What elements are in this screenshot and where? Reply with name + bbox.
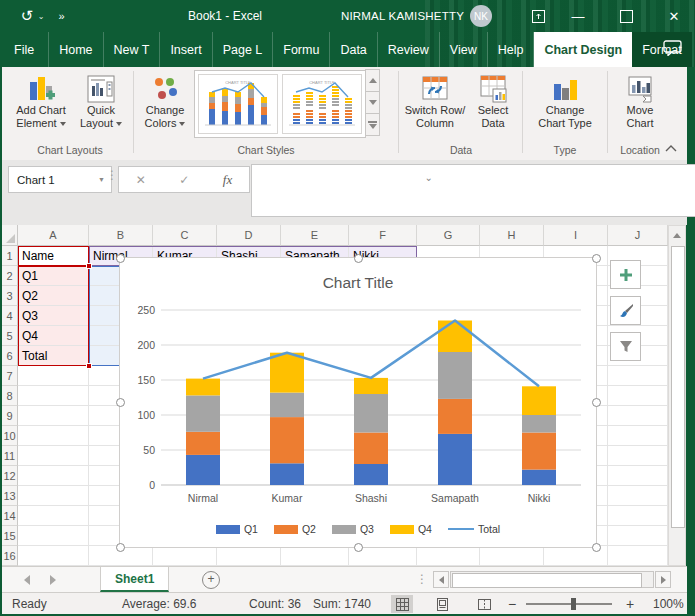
row-header-15[interactable]: 15 bbox=[2, 526, 18, 546]
tab-review[interactable]: Review bbox=[378, 32, 440, 67]
chart-elements-button[interactable] bbox=[610, 260, 641, 289]
close-button[interactable]: ✕ bbox=[660, 0, 688, 32]
row-header-4[interactable]: 4 bbox=[2, 306, 18, 326]
chart-selection-handle[interactable] bbox=[116, 543, 125, 552]
page-layout-view-button[interactable] bbox=[431, 595, 453, 613]
sheet-nav-left-icon[interactable] bbox=[24, 575, 30, 585]
tab-new-t[interactable]: New T bbox=[104, 32, 161, 67]
horizontal-scroll-thumb[interactable] bbox=[452, 573, 642, 588]
chart-selection-handle[interactable] bbox=[354, 254, 363, 263]
chart-selection-handle[interactable] bbox=[354, 543, 363, 552]
zoom-level[interactable]: 100% bbox=[653, 593, 684, 615]
cell-A9[interactable] bbox=[18, 406, 89, 426]
chart-selection-handle[interactable] bbox=[592, 254, 601, 263]
column-header-J[interactable]: J bbox=[608, 225, 668, 246]
status-average[interactable]: Average: 69.6 bbox=[122, 593, 197, 615]
row-header-3[interactable]: 3 bbox=[2, 286, 18, 306]
tab-chart-design[interactable]: Chart Design bbox=[534, 32, 632, 67]
hscroll-left-icon[interactable] bbox=[433, 571, 449, 588]
legend-item-Q4[interactable]: Q4 bbox=[390, 523, 432, 535]
tab-formu[interactable]: Formu bbox=[273, 32, 330, 67]
page-break-view-button[interactable] bbox=[473, 595, 495, 613]
cell-A7[interactable] bbox=[18, 366, 89, 386]
cell-A15[interactable] bbox=[18, 526, 89, 546]
row-header-13[interactable]: 13 bbox=[2, 486, 18, 506]
cell-A3[interactable]: Q2 bbox=[18, 286, 89, 306]
chart-style-1-thumbnail[interactable]: CHART TITLE bbox=[198, 74, 278, 134]
minimize-button[interactable]: — bbox=[564, 0, 592, 32]
tab-file[interactable]: File bbox=[0, 32, 49, 67]
add-chart-element-button[interactable]: Add Chart Element bbox=[10, 70, 72, 130]
name-box-caret-icon[interactable]: ▼ bbox=[98, 176, 105, 183]
column-header-G[interactable]: G bbox=[417, 225, 480, 246]
chart-selection-handle[interactable] bbox=[592, 543, 601, 552]
normal-view-button[interactable] bbox=[391, 595, 413, 613]
cell-A14[interactable] bbox=[18, 506, 89, 526]
ribbon-display-options-icon[interactable] bbox=[524, 0, 552, 32]
row-header-11[interactable]: 11 bbox=[2, 446, 18, 466]
tab-data[interactable]: Data bbox=[330, 32, 377, 67]
undo-icon[interactable]: ↺ bbox=[16, 0, 38, 32]
column-header-C[interactable]: C bbox=[153, 225, 217, 246]
cell-A12[interactable] bbox=[18, 466, 89, 486]
chart-styles-button[interactable] bbox=[610, 296, 641, 325]
select-data-button[interactable]: Select Data bbox=[469, 70, 517, 130]
row-header-2[interactable]: 2 bbox=[2, 266, 18, 286]
chart-selection-handle[interactable] bbox=[592, 398, 601, 407]
insert-function-icon[interactable]: fx bbox=[223, 172, 232, 188]
row-header-9[interactable]: 9 bbox=[2, 406, 18, 426]
row-header-8[interactable]: 8 bbox=[2, 386, 18, 406]
column-header-D[interactable]: D bbox=[217, 225, 281, 246]
new-sheet-button[interactable]: + bbox=[202, 571, 220, 589]
formula-input[interactable] bbox=[251, 164, 695, 217]
move-chart-button[interactable]: Move Chart bbox=[612, 70, 668, 130]
hscroll-right-icon[interactable] bbox=[655, 571, 671, 588]
chart-selection-handle[interactable] bbox=[116, 254, 125, 263]
chart-object[interactable]: 050100150200250Chart TitleNirmalKumarSha… bbox=[119, 257, 597, 548]
formula-bar-expand-icon[interactable]: ⌄ bbox=[425, 172, 433, 183]
gallery-scroll-up-button[interactable] bbox=[365, 69, 380, 92]
zoom-out-button[interactable]: − bbox=[508, 593, 516, 615]
status-count[interactable]: Count: 36 bbox=[249, 593, 301, 615]
switch-row-column-button[interactable]: Switch Row/ Column bbox=[403, 70, 467, 130]
cell-A5[interactable]: Q4 bbox=[18, 326, 89, 346]
select-all-corner[interactable] bbox=[2, 225, 18, 246]
maximize-button[interactable] bbox=[612, 0, 640, 32]
cell-J10[interactable] bbox=[608, 426, 668, 446]
cell-A6[interactable]: Total bbox=[18, 346, 89, 366]
vertical-scroll-thumb[interactable] bbox=[671, 246, 685, 528]
quick-layout-button[interactable]: Quick Layout bbox=[74, 70, 128, 130]
tab-help[interactable]: Help bbox=[488, 32, 535, 67]
column-header-F[interactable]: F bbox=[349, 225, 417, 246]
change-colors-button[interactable]: Change Colors bbox=[138, 70, 192, 130]
column-header-I[interactable]: I bbox=[544, 225, 608, 246]
row-header-5[interactable]: 5 bbox=[2, 326, 18, 346]
cell-J13[interactable] bbox=[608, 486, 668, 506]
cell-A2[interactable]: Q1 bbox=[18, 266, 89, 286]
cell-J16[interactable] bbox=[608, 546, 668, 566]
tab-view[interactable]: View bbox=[440, 32, 488, 67]
row-header-14[interactable]: 14 bbox=[2, 506, 18, 526]
scroll-up-icon[interactable] bbox=[669, 226, 685, 244]
tab-page-l[interactable]: Page L bbox=[213, 32, 274, 67]
row-header-1[interactable]: 1 bbox=[2, 246, 18, 266]
row-header-16[interactable]: 16 bbox=[2, 546, 18, 566]
cancel-icon[interactable]: ✕ bbox=[136, 173, 146, 187]
cell-J15[interactable] bbox=[608, 526, 668, 546]
chart-filters-button[interactable] bbox=[610, 332, 641, 361]
sheet-nav-right-icon[interactable] bbox=[50, 575, 56, 585]
column-header-A[interactable]: A bbox=[18, 225, 89, 246]
cell-A10[interactable] bbox=[18, 426, 89, 446]
account-name[interactable]: NIRMAL KAMISHETTY bbox=[340, 0, 465, 32]
cell-A13[interactable] bbox=[18, 486, 89, 506]
chart-selection-handle[interactable] bbox=[116, 398, 125, 407]
column-header-H[interactable]: H bbox=[480, 225, 544, 246]
column-header-B[interactable]: B bbox=[89, 225, 153, 246]
comments-icon[interactable] bbox=[663, 40, 683, 56]
gallery-more-button[interactable] bbox=[365, 113, 380, 136]
cell-J12[interactable] bbox=[608, 466, 668, 486]
cell-J9[interactable] bbox=[608, 406, 668, 426]
row-header-12[interactable]: 12 bbox=[2, 466, 18, 486]
change-chart-type-button[interactable]: Change Chart Type bbox=[530, 70, 600, 130]
range-drag-handle[interactable] bbox=[86, 263, 92, 269]
